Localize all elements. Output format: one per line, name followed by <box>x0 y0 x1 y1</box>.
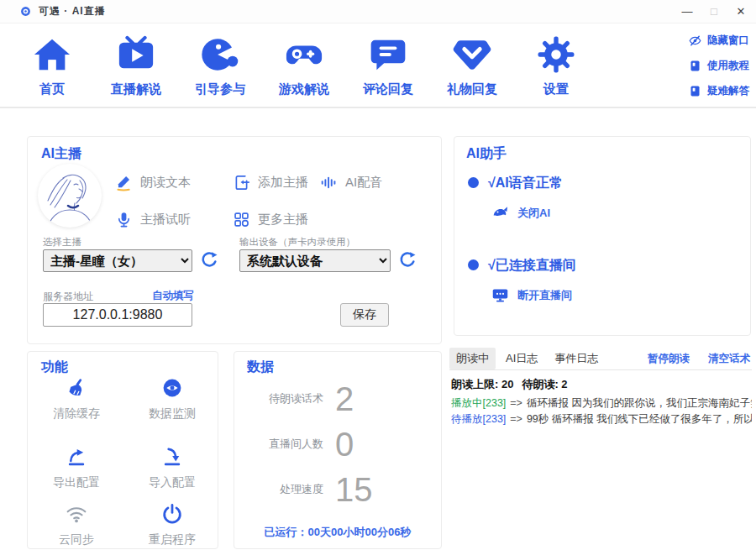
nav-label: 游戏解说 <box>279 81 329 97</box>
stat-label: 直播间人数 <box>246 437 323 452</box>
action-label: AI配音 <box>345 175 382 191</box>
refresh-anchor-button[interactable] <box>199 250 219 270</box>
nav-label: 直播解说 <box>111 81 161 97</box>
panel-title: AI助手 <box>466 145 507 163</box>
data-monitoring-button[interactable]: 数据监测 <box>129 377 216 422</box>
import-icon <box>161 446 183 468</box>
pacman-icon <box>201 35 239 74</box>
wifi-icon <box>66 503 87 525</box>
anchor-audition-action[interactable]: 主播试听 <box>115 211 191 228</box>
nav-item-settings[interactable]: 设置 <box>514 35 598 97</box>
nav-label: 引导参与 <box>195 81 245 97</box>
clear-cache-button[interactable]: 清除缓存 <box>33 377 120 422</box>
app-title: 可遇 · AI直播 <box>39 4 106 18</box>
book-icon <box>689 60 701 72</box>
restart-program-button[interactable]: 重启程序 <box>129 503 216 547</box>
autofill-link[interactable]: 自动填写 <box>152 289 194 303</box>
log-tag: 播放中[233] <box>451 397 506 409</box>
waveform-icon <box>320 174 338 191</box>
main-nav: 首页 直播解说 引导参与 <box>0 24 756 107</box>
export-icon <box>66 446 87 468</box>
tab-event-log[interactable]: 事件日志 <box>548 348 605 369</box>
server-address-label: 服务器地址 <box>43 290 93 304</box>
anchor-select[interactable]: 主播-星瞳（女） <box>43 249 192 272</box>
functions-panel: 功能 清除缓存 数据监测 导出配置 <box>27 351 218 549</box>
add-anchor-action[interactable]: 添加主播 <box>233 174 308 191</box>
refresh-device-button[interactable] <box>397 250 417 270</box>
ai-assistant-panel: AI助手 √AI语音正常 关闭AI √已连接直播间 断开直播间 <box>454 136 751 336</box>
avatar-sketch <box>38 164 102 228</box>
disconnect-room-label: 断开直播间 <box>517 288 572 303</box>
nav-label: 设置 <box>543 81 569 97</box>
power-icon <box>161 503 183 525</box>
stat-label: 处理速度 <box>246 482 323 497</box>
nav-item-game-commentary[interactable]: 游戏解说 <box>262 35 346 97</box>
pause-reading-link[interactable]: 暂停朗读 <box>648 352 690 366</box>
voice-status-text: √AI语音正常 <box>488 175 563 192</box>
fn-label: 清除缓存 <box>33 406 120 422</box>
gamepad-icon <box>285 35 323 74</box>
microphone-icon <box>115 211 133 228</box>
fn-label: 导入配置 <box>129 475 216 490</box>
room-status-dot <box>468 259 479 270</box>
refresh-icon <box>397 250 417 270</box>
nav-item-gift-reply[interactable]: 礼物回复 <box>430 35 514 97</box>
nav-label: 首页 <box>39 81 65 97</box>
maximize-button[interactable]: □ <box>707 6 721 17</box>
monitor-eye-icon <box>161 377 183 399</box>
tab-reading[interactable]: 朗读中 <box>449 348 496 369</box>
output-device-label: 输出设备（声卡内录使用） <box>239 236 355 249</box>
log-summary: 朗读上限: 20待朗读: 2 <box>451 377 752 392</box>
fn-label: 云同步 <box>33 532 120 547</box>
troubleshooting-link[interactable]: 疑难解答 <box>689 84 749 98</box>
monitor-chat-icon <box>491 286 509 304</box>
clear-scripts-link[interactable]: 清空话术 <box>708 352 750 366</box>
nav-item-guide-participation[interactable]: 引导参与 <box>178 35 262 97</box>
nav-item-comment-reply[interactable]: 评论回复 <box>346 35 430 97</box>
file-add-icon <box>233 174 250 191</box>
nav-item-home[interactable]: 首页 <box>10 35 94 97</box>
minimize-button[interactable]: — <box>680 6 694 17</box>
close-ai-button[interactable]: 关闭AI <box>491 204 550 222</box>
ai-anchor-panel: AI主播 <box>27 136 442 344</box>
import-config-button[interactable]: 导入配置 <box>129 446 216 490</box>
read-text-action[interactable]: 朗读文本 <box>115 174 191 191</box>
disconnect-room-button[interactable]: 断开直播间 <box>491 286 572 304</box>
app-logo-icon <box>20 6 31 17</box>
stat-processing-speed: 处理速度 15 <box>246 473 373 506</box>
log-entry-queued: 待播放[233]=>99秒 循环播报 我们线下已经做了很多年了，所以说 <box>451 411 752 427</box>
reading-limit: 朗读上限: 20 <box>451 378 513 390</box>
grid-icon <box>233 211 250 228</box>
ai-dubbing-action[interactable]: AI配音 <box>320 174 382 191</box>
tutorial-link[interactable]: 使用教程 <box>689 59 749 73</box>
nav-label: 礼物回复 <box>447 81 497 97</box>
gift-diamond-icon <box>453 35 491 74</box>
close-button[interactable]: ✕ <box>734 6 748 17</box>
uptime-text: 已运行：00天00小时00分06秒 <box>234 525 441 540</box>
fn-label: 导出配置 <box>33 475 120 490</box>
quick-link-label: 隐藏窗口 <box>707 34 749 48</box>
save-button[interactable]: 保存 <box>340 303 389 327</box>
output-device-select[interactable]: 系统默认设备 <box>239 249 391 272</box>
stat-value: 0 <box>335 427 354 461</box>
nav-label: 评论回复 <box>363 81 413 97</box>
gear-icon <box>537 35 575 74</box>
log-text: 循环播报 因为我们的跟你说，我们正宗海南妃子笑 <box>527 397 752 409</box>
titlebar: 可遇 · AI直播 — □ ✕ <box>0 0 756 24</box>
more-anchors-action[interactable]: 更多主播 <box>233 211 308 228</box>
stat-room-viewers: 直播间人数 0 <box>246 427 354 461</box>
nav-item-live-commentary[interactable]: 直播解说 <box>94 35 178 97</box>
hide-window-link[interactable]: 隐藏窗口 <box>689 34 749 48</box>
server-address-input[interactable] <box>43 303 192 327</box>
broom-icon <box>66 377 87 399</box>
book-icon <box>689 85 701 97</box>
fn-label: 重启程序 <box>129 532 216 547</box>
select-anchor-label: 选择主播 <box>43 236 81 249</box>
whale-icon <box>491 204 509 222</box>
export-config-button[interactable]: 导出配置 <box>33 446 120 490</box>
cloud-sync-button[interactable]: 云同步 <box>33 503 120 547</box>
tab-ai-log[interactable]: AI日志 <box>499 348 544 369</box>
tv-play-icon <box>117 35 155 74</box>
pencil-icon <box>115 174 133 191</box>
action-label: 更多主播 <box>258 212 308 228</box>
